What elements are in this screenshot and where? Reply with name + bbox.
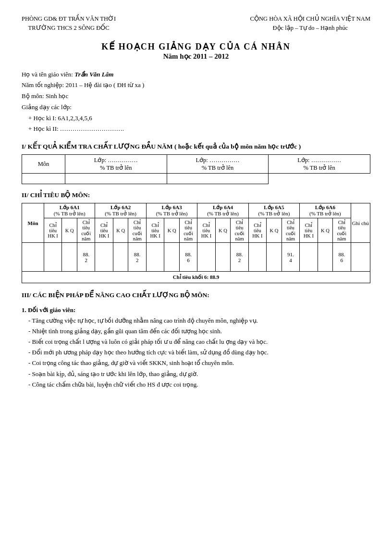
6a5-ct: Chỉ tiêu cuối năm <box>282 218 299 243</box>
6a6-ct-val: 88.6 <box>333 243 351 272</box>
classes-label: Giảng dạy các lớp: <box>22 102 370 113</box>
col-ghichu-header: Ghi chú <box>351 203 370 243</box>
section3-sub1: 1. Đối với giáo viên: <box>22 305 370 315</box>
s3-item-3: - Đổi mới ph ương pháp dạy học theo hướn… <box>22 347 370 358</box>
lop6a1-header: Lớp 6A1(% TB trở lên) <box>44 203 95 218</box>
6a2-hki: Chỉ tiêu HK I <box>95 218 113 243</box>
6a4-ct: Chỉ tiêu cuối năm <box>231 218 248 243</box>
lop1-header: Lớp: …………… % TB trở lên <box>65 155 167 174</box>
lop6a3-header: Lớp 6A3(% TB trở lên) <box>146 203 197 218</box>
ghichu-val <box>351 243 370 272</box>
s1-row1-c1 <box>22 174 65 184</box>
s1-row1-c2 <box>65 174 167 184</box>
motto: Độc lập – Tự do – Hạnh phúc <box>250 24 370 33</box>
6a5-kq-val <box>267 243 282 272</box>
6a6-hki-val <box>300 243 318 272</box>
6a4-kq-val <box>215 243 231 272</box>
lop3-header: Lớp: …………… % TB trở lên <box>269 155 370 174</box>
section1-title: I/ KẾT QUẢ KIỂM TRA CHẤT LƯỢNG ĐẦU NĂM (… <box>22 142 370 151</box>
6a2-kq: K Q <box>113 218 128 243</box>
6a6-ct: Chỉ tiêu cuối năm <box>333 218 351 243</box>
6a3-ct: Chỉ tiêu cuối năm <box>179 218 197 243</box>
mon-cell <box>22 243 44 272</box>
table-row: 88.2 88.2 88.6 88.2 91.4 88.6 <box>22 243 370 272</box>
s3-item-1: - Nhiệt tình trong giảng dạy, gần gũi qu… <box>22 326 370 337</box>
s3-item-6: - Công tác chấm chữa bài, luyện chữ viết… <box>22 379 370 390</box>
6a5-hki: Chỉ tiêu HK I <box>248 218 266 243</box>
page-header: PHÒNG GD& ĐT TRẦN VĂN THỜI TRƯỜNG THCS 2… <box>22 14 370 33</box>
section1-table: Môn Lớp: …………… % TB trở lên Lớp: …………… %… <box>22 154 370 184</box>
s3-item-2: - Biết coi trọng chất l ượng và luôn có … <box>22 337 370 347</box>
school-dept: PHÒNG GD& ĐT TRẦN VĂN THỜI <box>22 14 116 24</box>
6a6-kq: K Q <box>318 218 333 243</box>
6a3-kq: K Q <box>164 218 180 243</box>
6a1-kq-val <box>62 243 77 272</box>
country-name: CỘNG HÒA XÃ HỘI CHỦ NGHĨA VIỆT NAM <box>250 14 370 24</box>
6a3-hki-val <box>146 243 164 272</box>
subject: Bộ môn: Sinh học <box>22 91 370 102</box>
main-title: KẾ HOẠCH GIẢNG DẠY CỦA CÁ NHÂN <box>22 41 370 52</box>
teacher-line: Họ và tên giáo viên: Trần Văn Lâm <box>22 69 370 80</box>
6a2-ct-val: 88.2 <box>128 243 146 272</box>
khoi-label: Chỉ tiêu khối 6: 88.9 <box>22 272 370 283</box>
hk1: + Học kì I: 6A1,2,3,4,5,6 <box>22 113 370 124</box>
s3-item-5: - Soạn bài kịp, đủ, sáng tạo tr ước khi … <box>22 369 370 379</box>
6a4-ct-val: 88.2 <box>231 243 248 272</box>
6a1-ct: Chỉ tiêu cuối năm <box>77 218 95 243</box>
6a5-ct-val: 91.4 <box>282 243 299 272</box>
col-mon-header: Môn <box>22 203 44 243</box>
lop6a2-header: Lớp 6A2(% TB trở lên) <box>95 203 146 218</box>
header-right: CỘNG HÒA XÃ HỘI CHỦ NGHĨA VIỆT NAM Độc l… <box>250 14 370 33</box>
s3-item-4: - Coi trọng công tác thao giảng, dự giờ … <box>22 358 370 368</box>
s1-row1-c3 <box>167 174 269 184</box>
title-section: KẾ HOẠCH GIẢNG DẠY CỦA CÁ NHÂN Năm học 2… <box>22 41 370 61</box>
6a3-hki: Chỉ tiêu HK I <box>146 218 164 243</box>
lop2-header: Lớp: …………… % TB trở lên <box>167 155 269 174</box>
lop6a5-header: Lớp 6A5(% TB trở lên) <box>248 203 299 218</box>
section2-title: II/ CHỈ TIÊU BỘ MÔN: <box>22 191 370 199</box>
header-left: PHÒNG GD& ĐT TRẦN VĂN THỜI TRƯỜNG THCS 2… <box>22 14 116 33</box>
6a1-kq: K Q <box>62 218 77 243</box>
section2-table: Môn Lớp 6A1(% TB trở lên) Lớp 6A2(% TB t… <box>22 203 370 283</box>
info-section: Họ và tên giáo viên: Trần Văn Lâm Năm tố… <box>22 69 370 135</box>
teacher-label: Họ và tên giáo viên: <box>22 71 74 78</box>
s3-item-0: - Tăng cường việc tự học, tự bồi dưỡng n… <box>22 315 370 326</box>
6a1-hki: Chỉ tiêu HK I <box>44 218 62 243</box>
section3: III/ CÁC BIỆN PHÁP ĐỂ NÂNG CAO CHẤT LƯỢN… <box>22 290 370 390</box>
6a2-ct: Chỉ tiêu cuối năm <box>128 218 146 243</box>
teacher-name: Trần Văn Lâm <box>74 71 113 78</box>
6a2-kq-val <box>113 243 128 272</box>
col-mon: Môn <box>22 155 65 174</box>
grad-year: Năm tốt nghiệp: 2011 – Hệ đài tạo ( ĐH t… <box>22 80 370 91</box>
khoi-row: Chỉ tiêu khối 6: 88.9 <box>22 272 370 283</box>
6a5-kq: K Q <box>267 218 282 243</box>
school-name: TRƯỜNG THCS 2 SÔNG ĐỐC <box>22 24 116 33</box>
6a3-kq-val <box>164 243 180 272</box>
lop6a6-header: Lớp 6A6(% TB trở lên) <box>300 203 351 218</box>
6a1-hki-val <box>44 243 62 272</box>
lop6a4-header: Lớp 6A4(% TB trở lên) <box>197 203 248 218</box>
6a4-hki: Chỉ tiêu HK I <box>197 218 215 243</box>
6a5-hki-val <box>248 243 266 272</box>
6a2-hki-val <box>95 243 113 272</box>
sub-title: Năm học 2011 – 2012 <box>22 52 370 61</box>
6a4-kq: K Q <box>215 218 231 243</box>
hk2: + Học kì II: …………………………. <box>22 124 370 135</box>
6a6-hki: Chỉ tiêu HK I <box>300 218 318 243</box>
section3-title: III/ CÁC BIỆN PHÁP ĐỂ NÂNG CAO CHẤT LƯỢN… <box>22 290 370 301</box>
6a3-ct-val: 88.6 <box>179 243 197 272</box>
6a1-ct-val: 88.2 <box>77 243 95 272</box>
6a6-kq-val <box>318 243 333 272</box>
6a4-hki-val <box>197 243 215 272</box>
